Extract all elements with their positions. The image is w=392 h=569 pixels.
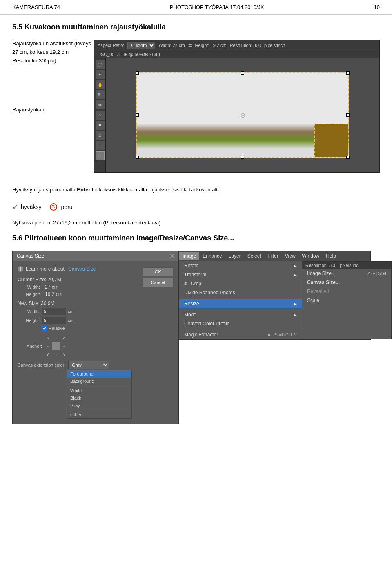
image-size-shortcut: Alt+Ctrl+I <box>368 271 386 276</box>
ps-image-dropdown: Rotate ▶ Transform ▶ ⊞ Crop Divide Scann… <box>179 261 302 339</box>
menu-rotate[interactable]: Rotate ▶ <box>179 261 302 270</box>
submenu-scale[interactable]: Scale <box>302 296 391 305</box>
instruction-bold: Enter <box>77 187 90 193</box>
menu-filter[interactable]: Filter <box>264 252 282 260</box>
mode-arrow-icon: ▶ <box>294 313 297 317</box>
tool-erase[interactable]: ⊘ <box>96 131 105 140</box>
anchor-se[interactable]: ↘ <box>60 350 68 358</box>
submenu-image-size[interactable]: Image Size... Alt+Ctrl+I <box>302 269 391 278</box>
menu-window[interactable]: Window <box>299 252 323 260</box>
menu-mode[interactable]: Mode ▶ <box>179 310 302 319</box>
tool-crop[interactable]: ⊞ <box>96 151 105 160</box>
ok-button[interactable]: OK <box>143 267 174 276</box>
ps-resize-submenu: Resolution: 300 pixels/inc Image Size...… <box>302 261 392 339</box>
image-size-label: Image Size... <box>307 271 336 276</box>
tool-text[interactable]: T <box>96 141 105 150</box>
tool-hand[interactable]: ✋ <box>96 80 105 89</box>
tool-brush[interactable]: ✏ <box>96 100 105 109</box>
menu-convert[interactable]: Convert Color Profile <box>179 319 302 328</box>
tool-filter[interactable]: ✱ <box>96 121 105 130</box>
dialog-close-button[interactable]: ✕ <box>169 253 174 259</box>
height-label: Height: 19,2 cm <box>195 43 227 48</box>
anchor-ne[interactable]: ↗ <box>60 334 68 342</box>
learn-label: Learn more about: <box>26 266 66 272</box>
learn-link[interactable]: Canvas Size <box>68 266 96 272</box>
transform-arrow-icon: ▶ <box>294 273 297 277</box>
menu-view[interactable]: View <box>282 252 299 260</box>
anchor-s[interactable]: ↓ <box>52 350 60 358</box>
anchor-sw[interactable]: ↙ <box>44 350 52 358</box>
new-width-row: Width: cm <box>18 308 174 315</box>
menu-transform[interactable]: Transform ▶ <box>179 270 302 279</box>
anchor-w[interactable]: ← <box>44 342 52 350</box>
submenu-reveal-all[interactable]: Reveal All <box>302 287 391 296</box>
handle-mr[interactable] <box>346 113 350 117</box>
convert-label: Convert Color Profile <box>184 321 229 327</box>
hyv-peru-row: ✓ hyväksy peru <box>12 202 380 211</box>
cancel-button[interactable]: Cancel <box>143 278 174 287</box>
new-height-input[interactable] <box>42 317 66 324</box>
nyt-text: Nyt kuva pieneni 27x19,2 cm mittoihin (P… <box>12 220 380 226</box>
dropdown-item-foreground[interactable]: Foreground <box>67 370 131 378</box>
menu-enhance[interactable]: Enhance <box>199 252 225 260</box>
anchor-row-2: ← → <box>44 342 68 350</box>
new-size-label: New Size: 30,9M <box>18 300 174 306</box>
anchor-row-3: ↙ ↓ ↘ <box>44 350 68 358</box>
handle-ml[interactable] <box>136 113 139 117</box>
handle-bl[interactable] <box>136 156 139 159</box>
resize-label: Resize <box>184 301 199 307</box>
menu-crop[interactable]: ⊞ Crop <box>179 279 302 288</box>
menu-resize[interactable]: Resize ▶ <box>179 299 302 308</box>
canvas-size-dialog: Canvas Size ✕ i Learn more about: Canvas… <box>12 251 179 424</box>
hyv-item: ✓ hyväksy <box>12 202 42 211</box>
swap-icon: ⇄ <box>188 43 192 48</box>
menu-divide[interactable]: Divide Scanned Photos <box>179 288 302 297</box>
res-bar-label: Resolution: 300 <box>305 263 336 268</box>
handle-tl[interactable] <box>136 71 139 75</box>
anchor-e[interactable]: → <box>60 342 68 350</box>
res-label: Resolution: 300 <box>230 43 261 48</box>
relative-checkbox[interactable] <box>42 326 47 331</box>
anchor-center[interactable] <box>52 342 60 350</box>
anchor-n[interactable]: ↑ <box>52 334 60 342</box>
dropdown-item-gray[interactable]: Gray <box>67 402 131 409</box>
dropdown-item-white[interactable]: White <box>67 387 131 394</box>
peru-label: peru <box>61 204 73 210</box>
anchor-row-1: ↖ ↑ ↗ <box>44 334 68 342</box>
menu-magic[interactable]: Magic Extractor... Alt+Shift+Ctrl+V <box>179 330 302 339</box>
ratio-select[interactable]: Custom <box>127 42 155 49</box>
anchor-row: Anchor: ↖ ↑ ↗ ← → <box>18 334 174 358</box>
dialog-title-bar: Canvas Size ✕ <box>13 251 178 261</box>
ext-color-select[interactable]: Gray <box>68 361 109 369</box>
dropdown-item-background[interactable]: Background <box>67 378 131 385</box>
tool-zoom[interactable]: 🔍 <box>96 90 105 99</box>
instruction-before: Hyväksy rajaus painamalla <box>12 187 77 193</box>
handle-tr[interactable] <box>346 71 350 75</box>
anchor-nw[interactable]: ↖ <box>44 334 52 342</box>
ps-menu-bar: Image Enhance Layer Select Filter View W… <box>179 251 370 261</box>
menu-layer[interactable]: Layer <box>225 252 244 260</box>
dropdown-item-other[interactable]: Other... <box>67 411 131 418</box>
mode-label: Mode <box>184 312 196 318</box>
menu-select[interactable]: Select <box>244 252 264 260</box>
handle-br[interactable] <box>346 156 350 159</box>
screenshot-container: Rajaustyökalun asetukset (leveys 27 cm, … <box>12 40 380 173</box>
submenu-canvas-size[interactable]: Canvas Size... <box>302 278 391 287</box>
ok-cancel-buttons: OK Cancel <box>143 267 174 287</box>
handle-tm[interactable] <box>241 71 244 75</box>
res-unit: pixels/inch <box>264 43 285 48</box>
menu-help[interactable]: Help <box>323 252 339 260</box>
tool-marquee[interactable]: ⬚ <box>96 60 105 69</box>
crosshair: ⊕ <box>240 111 245 119</box>
section-5-5-title: 5.5 Kuvakoon muuttaminen rajaustyökalull… <box>12 23 380 31</box>
menu-image[interactable]: Image <box>179 252 199 260</box>
new-width-input[interactable] <box>42 308 66 315</box>
rotate-arrow-icon: ▶ <box>294 264 297 268</box>
handle-bm[interactable] <box>241 156 244 159</box>
tool-shape[interactable]: ○ <box>96 111 105 120</box>
canvas-size-label: Canvas Size... <box>307 280 340 285</box>
current-height-row: Height: 19,2 cm <box>18 291 174 297</box>
ratio-label: Aspect Ratio: <box>98 43 124 48</box>
dropdown-item-black[interactable]: Black <box>67 394 131 402</box>
tool-magic[interactable]: ✦ <box>96 70 105 79</box>
